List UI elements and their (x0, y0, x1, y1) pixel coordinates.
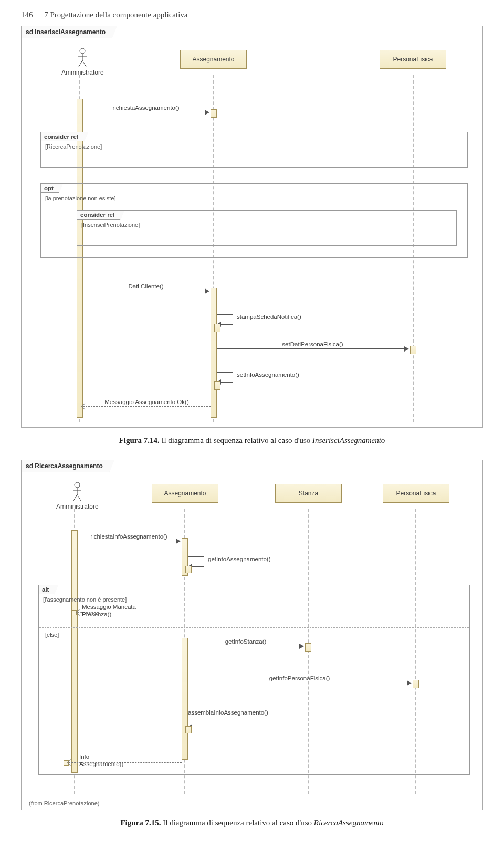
sequence-diagram-2: sd RicercaAssegnamento Amministratore As… (21, 460, 483, 810)
object-assegnamento: Assegnamento (180, 50, 247, 69)
caption-2: Figura 7.15. Il diagramma di sequenza re… (21, 819, 483, 828)
svg-point-5 (75, 482, 80, 488)
msg-richiesta-info: richiestaInfoAssegnamento() (78, 541, 180, 541)
page-number: 146 (21, 11, 33, 19)
svg-line-4 (82, 60, 86, 67)
diagram2-footer: (from RicercaPrenotazione) (29, 800, 100, 807)
msg-info-assegnamento-return: Info Assegnamento() (69, 762, 182, 763)
actor-amministratore-2: Amministratore (56, 482, 99, 510)
msg-stampa-scheda: stampaSchedaNotifica() (217, 314, 233, 325)
actor-icon (72, 482, 82, 502)
object-personafisica-2: PersonaFisica (383, 484, 449, 503)
msg-get-info-persona: getInfoPersonaFisica() (188, 683, 411, 683)
diagram1-tab: sd InserisciAssegnamento (22, 26, 112, 38)
msg-assegnamento-ok: Messaggio Assegnamento Ok() (83, 406, 211, 407)
svg-line-8 (74, 494, 77, 501)
svg-line-9 (77, 494, 81, 501)
page-header: 146 7 Progettazione della componente app… (21, 11, 483, 19)
msg-set-dati-persona: setDatiPersonaFisica() (217, 348, 408, 349)
fragment-opt: opt [la prenotazione non esiste] conside… (40, 183, 468, 258)
msg-mancata-presenza: Messaggio Mancata Presenza() (78, 612, 99, 613)
object-stanza: Stanza (275, 484, 342, 503)
actor-amministratore: Amministratore (61, 48, 104, 76)
msg-assembla-info: assemblaInfoAssegnamento() (188, 717, 204, 727)
svg-point-0 (80, 48, 85, 54)
sequence-diagram-1: sd InserisciAssegnamento Amministratore … (21, 26, 483, 428)
msg-get-info-assegnamento: getInfoAssegnamento() (188, 556, 204, 567)
fragment-consider-ref-1: consider ref [RicercaPrenotazione] (40, 132, 468, 168)
msg-dati-cliente: Dati Cliente() (83, 291, 209, 291)
chapter-title: 7 Progettazione della componente applica… (44, 11, 187, 19)
msg-set-info-assegnamento: setInfoAssegnamento() (217, 372, 233, 383)
object-assegnamento-2: Assegnamento (152, 484, 218, 503)
caption-1: Figura 7.14. Il diagramma di sequenza re… (21, 436, 483, 445)
object-personafisica: PersonaFisica (380, 50, 446, 69)
actor-icon (77, 48, 88, 68)
msg-richiesta-assegnamento: richiestaAssegnamento() (83, 112, 209, 112)
diagram2-tab: sd RicercaAssegnamento (22, 460, 110, 472)
fragment-consider-ref-2: consider ref [InserisciPrenotazione] (77, 210, 457, 246)
svg-line-3 (79, 60, 82, 67)
msg-get-info-stanza: getInfoStanza() (188, 646, 303, 646)
